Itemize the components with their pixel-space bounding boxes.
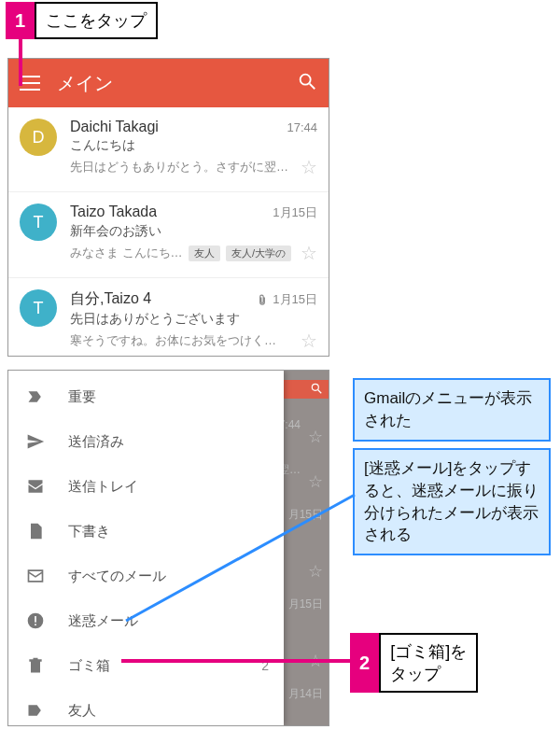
nav-drawer: 重要 送信済み 送信トレイ 下書き すべてのメール 迷惑メール ゴミ箱 2 友人	[8, 371, 284, 725]
mail-time: 1月15日	[256, 291, 317, 308]
label-chip: 友人/大学の	[226, 246, 291, 261]
background-row: 箱☆	[282, 716, 329, 726]
important-icon	[25, 387, 46, 406]
callout-1: 1 ここをタップ	[6, 2, 158, 39]
callout-2-num: 2	[350, 633, 379, 693]
callout-1-text: ここをタップ	[35, 2, 158, 39]
mail-item[interactable]: D Daichi Takagi 17:44 こんにちは 先日はどうもありがとう。…	[8, 107, 329, 192]
drawer-item-important[interactable]: 重要	[8, 374, 284, 419]
svg-line-4	[318, 390, 322, 394]
drawer-item-count: 2	[261, 658, 269, 673]
star-icon[interactable]: ☆	[301, 330, 317, 352]
background-row: 月15日	[282, 492, 329, 537]
sender: Daichi Takagi	[70, 119, 159, 135]
callout-2: 2 [ゴミ箱]を タップ	[350, 633, 478, 693]
appbar: メイン	[8, 59, 329, 107]
callout-1-num: 1	[6, 2, 35, 39]
mail-list: D Daichi Takagi 17:44 こんにちは 先日はどうもありがとう。…	[8, 107, 329, 357]
drawer-background: 17:44☆翌…☆月15日☆月15日☆月14日箱☆	[282, 371, 329, 725]
sender: Taizo Takada	[70, 204, 157, 220]
drawer-item-label: 迷惑メール	[68, 612, 138, 630]
svg-rect-7	[35, 624, 36, 625]
trash-icon	[25, 656, 46, 675]
drawer-item-label: 送信トレイ	[68, 478, 138, 496]
svg-point-3	[312, 384, 318, 390]
label-icon	[25, 701, 46, 720]
sent-icon	[25, 432, 46, 451]
background-row: ☆	[282, 626, 329, 671]
star-icon[interactable]: ☆	[301, 156, 317, 178]
drawer-item-allmail[interactable]: すべてのメール	[8, 554, 284, 598]
drawer-item-label: 送信済み	[68, 433, 124, 451]
background-row: ☆	[282, 537, 329, 582]
svg-line-2	[310, 84, 315, 90]
draft-icon	[25, 522, 46, 540]
drawer-item-label: ゴミ箱	[68, 657, 110, 675]
drawer-item-label[interactable]: 友人	[8, 688, 284, 726]
snippet: 寒そうですね。お体にお気をつけく…	[70, 332, 291, 349]
snippet: 先日はどうもありがとう。さすがに翌…	[70, 159, 291, 175]
svg-rect-6	[35, 616, 36, 623]
avatar: T	[20, 289, 57, 327]
drawer-item-label: 重要	[68, 388, 96, 406]
allmail-icon	[25, 567, 46, 585]
snippet: みなさま こんにち…	[70, 245, 183, 261]
drawer-item-draft[interactable]: 下書き	[8, 509, 284, 554]
avatar: D	[20, 119, 57, 156]
note-spam: [迷惑メール]をタップすると、迷惑メールに振り分けられたメールが表示される	[353, 448, 551, 555]
background-row: 17:44☆	[282, 402, 329, 447]
mail-item[interactable]: T 自分,Taizo 4 1月15日 先日はありがとうございます 寒そうですね。…	[8, 278, 329, 357]
phone-inbox: メイン D Daichi Takagi 17:44 こんにちは 先日はどうもあり…	[7, 58, 329, 357]
mail-item[interactable]: T Taizo Takada 1月15日 新年会のお誘い みなさま こんにち… …	[8, 192, 329, 278]
background-row: 月15日	[282, 582, 329, 626]
svg-point-1	[301, 75, 311, 85]
callout-2-text: [ゴミ箱]を タップ	[379, 633, 478, 693]
drawer-item-label: 下書き	[68, 523, 110, 540]
label-chip: 友人	[189, 246, 220, 261]
drawer-item-label: すべてのメール	[68, 568, 166, 585]
background-row: 月14日	[282, 671, 329, 716]
menu-icon[interactable]	[20, 76, 40, 91]
sender: 自分,Taizo 4	[70, 289, 151, 309]
star-icon[interactable]: ☆	[301, 242, 317, 264]
drawer-item-label: 友人	[68, 702, 96, 720]
mail-time: 17:44	[287, 120, 317, 134]
appbar-title: メイン	[57, 71, 280, 96]
drawer-item-spam[interactable]: 迷惑メール	[8, 598, 284, 643]
subject: こんにちは	[70, 137, 317, 154]
drawer-item-sent[interactable]: 送信済み	[8, 419, 284, 464]
outbox-icon	[25, 477, 46, 496]
subject: 新年会のお誘い	[70, 223, 317, 240]
attachment-icon	[256, 292, 269, 307]
note-menu-shown: Gmailのメニューが表示された	[353, 378, 551, 442]
phone-drawer: 17:44☆翌…☆月15日☆月15日☆月14日箱☆ 重要 送信済み 送信トレイ …	[7, 370, 329, 726]
avatar: T	[20, 204, 57, 241]
mail-time: 1月15日	[273, 204, 317, 221]
subject: 先日はありがとうございます	[70, 311, 317, 328]
drawer-item-trash[interactable]: ゴミ箱 2	[8, 643, 284, 688]
search-icon[interactable]	[297, 71, 317, 95]
drawer-item-outbox[interactable]: 送信トレイ	[8, 464, 284, 509]
background-row: 翌…☆	[282, 447, 329, 492]
spam-icon	[25, 611, 46, 630]
